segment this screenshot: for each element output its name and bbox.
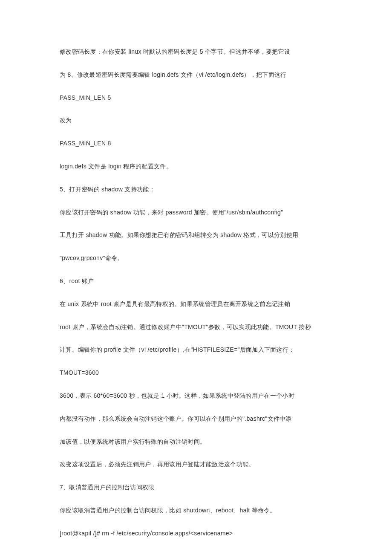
text-line: PASS_MIN_LEN 8 bbox=[60, 139, 332, 149]
text-line: root 账户，系统会自动注销。通过修改账户中"TMOUT"参数，可以实现此功能… bbox=[60, 322, 332, 332]
text-line: 为 8。修改最短密码长度需要编辑 login.defs 文件（vi /etc/l… bbox=[60, 70, 332, 80]
text-line: 计算。编辑你的 profile 文件（vi /etc/profile）,在"HI… bbox=[60, 345, 332, 355]
text-line: 你应该打开密码的 shadow 功能，来对 password 加密。使用"/us… bbox=[60, 208, 332, 218]
text-line: [root@kapil /]# rm -f /etc/security/cons… bbox=[60, 529, 332, 539]
document-page: 修改密码长度：在你安装 linux 时默认的密码长度是 5 个字节。但这并不够，… bbox=[0, 0, 392, 555]
text-line: login.defs 文件是 login 程序的配置文件。 bbox=[60, 162, 332, 172]
text-line: PASS_MIN_LEN 5 bbox=[60, 93, 332, 103]
text-line: "pwcov,grpconv"命令。 bbox=[60, 253, 332, 263]
text-line: 6、root 账户 bbox=[60, 276, 332, 286]
text-line: TMOUT=3600 bbox=[60, 368, 332, 378]
text-line: 修改密码长度：在你安装 linux 时默认的密码长度是 5 个字节。但这并不够，… bbox=[60, 47, 332, 57]
text-line: 7、取消普通用户的控制台访问权限 bbox=[60, 483, 332, 493]
text-line: 内都没有动作，那么系统会自动注销这个账户。你可以在个别用户的".bashrc"文… bbox=[60, 414, 332, 424]
text-line: 加该值，以便系统对该用户实行特殊的自动注销时间。 bbox=[60, 437, 332, 447]
text-line: 你应该取消普通用户的控制台访问权限，比如 shutdown、reboot、hal… bbox=[60, 506, 332, 516]
text-line: 改为 bbox=[60, 116, 332, 126]
text-line: 在 unix 系统中 root 账户是具有最高特权的。如果系统管理员在离开系统之… bbox=[60, 299, 332, 309]
text-line: 工具打开 shadow 功能。如果你想把已有的密码和组转变为 shadow 格式… bbox=[60, 230, 332, 240]
text-line: 5、打开密码的 shadow 支持功能： bbox=[60, 185, 332, 195]
text-line: 3600，表示 60*60=3600 秒，也就是 1 小时。这样，如果系统中登陆… bbox=[60, 391, 332, 401]
text-line: 改变这项设置后，必须先注销用户，再用该用户登陆才能激活这个功能。 bbox=[60, 460, 332, 470]
